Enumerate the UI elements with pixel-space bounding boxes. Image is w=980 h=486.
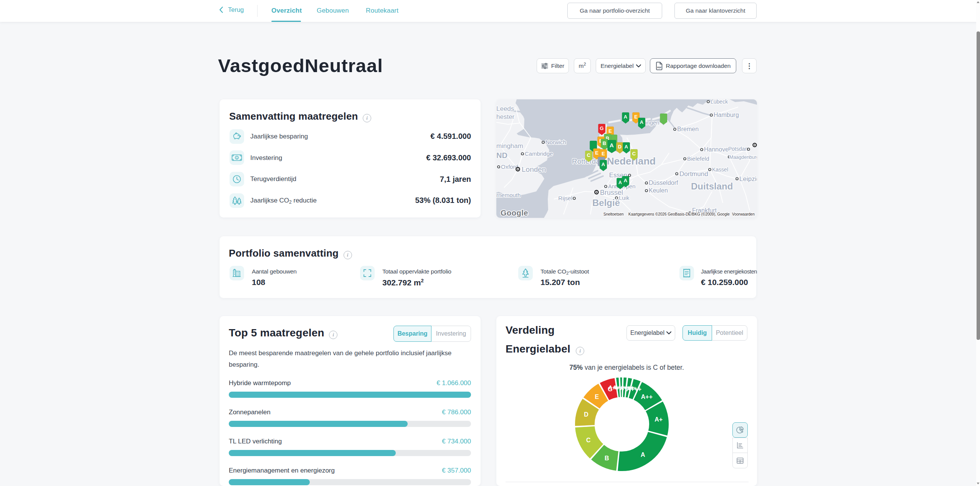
- svg-text:Dortmund: Dortmund: [679, 170, 708, 178]
- svg-text:A++++: A++++: [620, 385, 636, 391]
- svg-text:Google: Google: [501, 209, 528, 217]
- svg-text:B: B: [605, 455, 609, 461]
- svg-text:Bielefeld: Bielefeld: [687, 155, 709, 162]
- svg-text:A: A: [618, 180, 622, 185]
- svg-text:C: C: [587, 152, 591, 158]
- svg-text:Hannover: Hannover: [704, 146, 731, 153]
- svg-text:Cambridge: Cambridge: [525, 150, 553, 157]
- svg-text:A: A: [640, 119, 644, 125]
- svg-text:mingham: mingham: [496, 142, 523, 150]
- svg-text:Leipzig: Leipzig: [739, 175, 757, 183]
- svg-text:B: B: [603, 140, 606, 146]
- svg-text:A: A: [641, 451, 645, 458]
- svg-text:Norwich: Norwich: [545, 139, 566, 145]
- svg-text:Lübeck: Lübeck: [711, 99, 728, 105]
- svg-text:hester: hester: [496, 113, 515, 120]
- svg-text:1: 1: [236, 156, 238, 160]
- svg-text:E: E: [595, 394, 599, 400]
- svg-text:België: België: [592, 198, 620, 208]
- svg-text:Keulen: Keulen: [649, 187, 668, 194]
- svg-text:Düsseldorf: Düsseldorf: [649, 180, 678, 186]
- svg-text:A+: A+: [654, 416, 663, 423]
- svg-text:A: A: [610, 142, 614, 148]
- svg-text:A: A: [624, 178, 628, 183]
- svg-text:Rijsel: Rijsel: [558, 195, 572, 201]
- svg-text:Luik: Luik: [619, 194, 630, 201]
- svg-text:Bremen: Bremen: [677, 126, 699, 132]
- svg-text:E: E: [602, 151, 605, 157]
- svg-text:A: A: [624, 114, 628, 120]
- svg-text:E: E: [634, 114, 638, 120]
- svg-text:D: D: [618, 144, 621, 150]
- svg-text:PDF: PDF: [657, 66, 662, 69]
- svg-text:D: D: [584, 411, 588, 418]
- svg-text:Potsdam: Potsdam: [728, 146, 749, 152]
- svg-text:Londen: Londen: [522, 165, 546, 173]
- svg-text:Hamburg: Hamburg: [714, 112, 739, 118]
- svg-text:Voorwaarden: Voorwaarden: [732, 212, 755, 216]
- svg-text:ingen: ingen: [645, 119, 659, 126]
- svg-text:ND: ND: [496, 151, 507, 160]
- svg-text:G: G: [600, 125, 603, 131]
- svg-text:Sneltoetsen: Sneltoetsen: [603, 212, 624, 216]
- svg-text:rnemouth: rnemouth: [496, 192, 521, 198]
- svg-text:A: A: [625, 144, 628, 150]
- svg-text:A: A: [602, 161, 605, 167]
- svg-text:E: E: [595, 150, 598, 156]
- svg-text:Kassel: Kassel: [712, 166, 728, 173]
- svg-text:C: C: [632, 151, 636, 157]
- svg-text:Duitsland: Duitsland: [691, 181, 733, 191]
- svg-text:Leeds: Leeds: [496, 105, 514, 112]
- svg-text:E: E: [608, 128, 612, 134]
- svg-text:Maagdenburg: Maagdenburg: [729, 155, 757, 160]
- svg-text:C: C: [586, 437, 591, 443]
- svg-text:Kaartgegevens ©2026 GeoBasis-D: Kaartgegevens ©2026 GeoBasis-DE/BKG (©20…: [628, 212, 730, 216]
- svg-text:A++: A++: [641, 394, 653, 400]
